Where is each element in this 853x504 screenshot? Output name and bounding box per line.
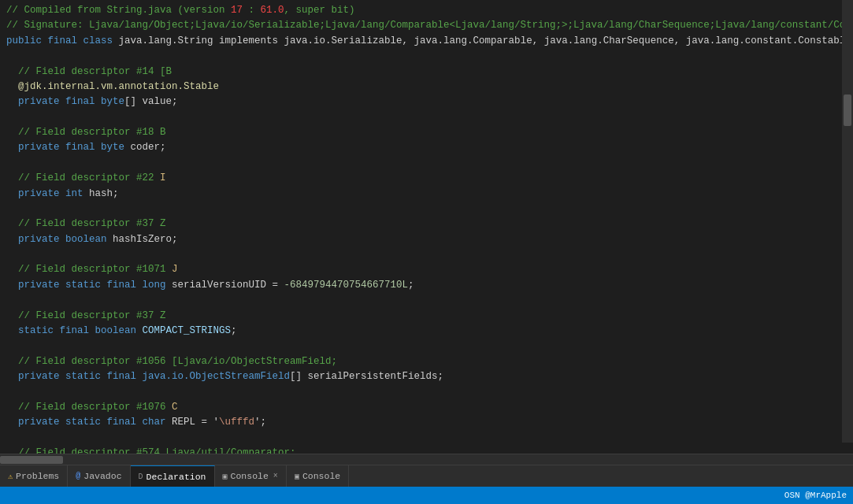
code-line: // Field descriptor #18 B [6,125,839,140]
code-line: private final byte[] value; [6,94,839,109]
code-line: private static final char REPL = '\ufffd… [6,415,839,430]
tab-close-console1[interactable]: × [273,472,278,480]
status-bar: OSN @MrApple [0,487,853,504]
bottom-tab-bar: ⚠Problems@JavadocDDeclaration▣Console×▣C… [0,465,853,487]
tab-icon-console2: ▣ [295,472,299,481]
code-line: // Field descriptor #22 I [6,171,839,186]
code-line: // Field descriptor #37 Z [6,217,839,232]
tab-declaration[interactable]: DDeclaration [131,465,215,487]
tab-label-console2: Console [302,471,340,481]
code-line: static final boolean COMPACT_STRINGS; [6,324,839,339]
tab-javadoc[interactable]: @Javadoc [68,465,130,487]
code-line: private boolean hashIsZero; [6,232,839,247]
code-line [6,384,839,399]
code-line: // Signature: Ljava/lang/Object;Ljava/io… [6,18,839,33]
vertical-scrollbar[interactable] [842,0,853,443]
code-line [6,431,839,446]
tab-problems[interactable]: ⚠Problems [0,465,68,487]
scrollbar-thumb[interactable] [844,94,851,126]
code-line: // Field descriptor #1056 [Ljava/io/Obje… [6,354,839,369]
code-line [6,247,839,262]
code-line [6,49,839,64]
code-line: // Field descriptor #1071 J [6,262,839,277]
code-line [6,110,839,125]
horizontal-scrollbar[interactable] [0,454,853,465]
tab-icon-javadoc: @ [76,472,80,480]
tab-console2[interactable]: ▣Console [287,465,349,487]
code-line: private int hash; [6,187,839,202]
tab-label-problems: Problems [16,471,59,481]
tab-icon-console1: ▣ [223,472,228,481]
tab-console1[interactable]: ▣Console× [215,465,287,487]
tab-icon-declaration: D [139,472,143,481]
code-editor[interactable]: // Compiled from String.java (version 17… [0,0,853,454]
code-line: private static final java.io.ObjectStrea… [6,369,839,384]
status-text: OSN @MrApple [784,491,847,500]
code-line: private final byte coder; [6,140,839,155]
code-line [6,339,839,354]
code-line: @jdk.internal.vm.annotation.Stable [6,80,839,94]
code-line: // Field descriptor #14 [B [6,65,839,80]
h-scrollbar-thumb[interactable] [0,456,63,464]
code-line [6,202,839,217]
code-line: // Field descriptor #37 Z [6,309,839,324]
code-line [6,156,839,171]
code-line: // Field descriptor #1076 C [6,400,839,415]
code-line: // Field descriptor #574 Ljava/util/Comp… [6,446,839,454]
code-line: // Compiled from String.java (version 17… [6,3,839,18]
code-line: public final class java.lang.String impl… [6,34,839,49]
code-line: private static final long serialVersionU… [6,278,839,293]
tab-label-declaration: Declaration [146,472,206,482]
tab-icon-problems: ⚠ [8,472,13,481]
code-line [6,293,839,308]
tab-label-console1: Console [231,471,269,481]
tab-label-javadoc: Javadoc [83,471,121,481]
